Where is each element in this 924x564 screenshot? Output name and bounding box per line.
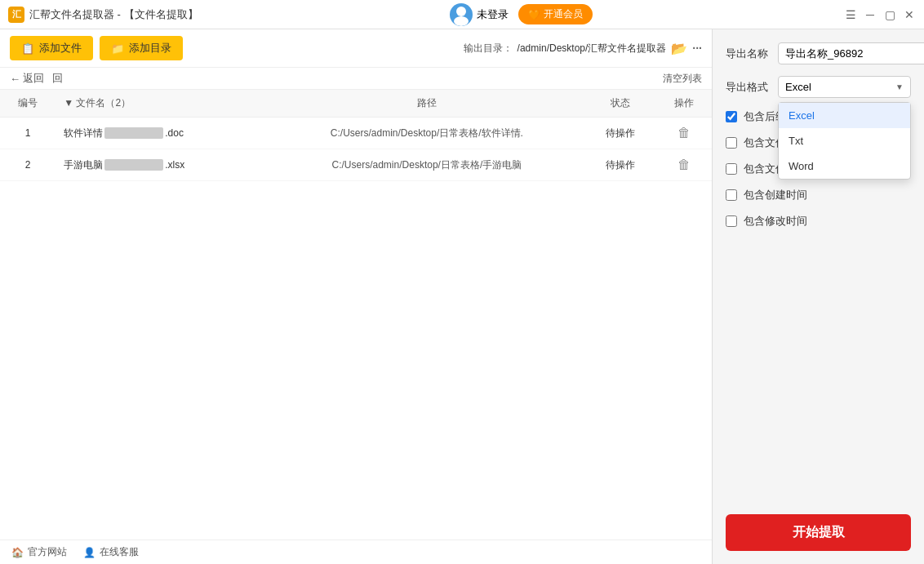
checkbox-modified-input[interactable] <box>726 215 737 227</box>
col-action: 操作 <box>656 90 712 118</box>
clear-list-button[interactable]: 清空列表 <box>663 72 702 86</box>
nav-bar: ← 返回 回 清空列表 <box>0 68 712 90</box>
row-path: C:/Users/admin/Desktop/日常表格/手游电脑 <box>269 149 585 181</box>
app-icon: 汇 <box>8 7 24 23</box>
toolbar: 📋 添加文件 📁 添加目录 输出目录： /admin/Desktop/汇帮文件名… <box>0 29 712 68</box>
user-avatar <box>450 3 473 26</box>
checkbox-created-label[interactable]: 包含创建时间 <box>744 188 807 202</box>
row-filename: 软件详情████████.doc <box>56 118 269 149</box>
dropdown-item-txt[interactable]: Txt <box>779 128 910 153</box>
output-path-value: /admin/Desktop/汇帮文件名提取器 <box>518 42 667 56</box>
svg-point-0 <box>456 7 466 16</box>
minimize-button[interactable]: ─ <box>864 8 877 21</box>
checkbox-modified-label[interactable]: 包含修改时间 <box>744 214 807 229</box>
title-bar: 汇 汇帮文件名提取器 - 【文件名提取】 未登录 🧡 开通会员 ☰ ─ ▢ ✕ <box>0 0 924 29</box>
person-icon: 👤 <box>83 547 96 558</box>
window-controls: ☰ ─ ▢ ✕ <box>844 8 916 21</box>
export-name-label: 导出名称 <box>726 47 771 61</box>
row-action: 🗑 <box>656 149 712 181</box>
vip-heart-icon: 🧡 <box>528 9 540 20</box>
title-center: 未登录 🧡 开通会员 <box>450 3 593 26</box>
nav-left: ← 返回 回 <box>10 71 63 86</box>
output-path-row: 输出目录： /admin/Desktop/汇帮文件名提取器 📂 ··· <box>464 41 702 56</box>
export-format-row: 导出格式 Excel ▼ Excel Txt Word <box>726 76 911 98</box>
export-name-input[interactable] <box>778 42 924 64</box>
checkbox-size-input[interactable] <box>726 163 737 175</box>
file-table: 编号 ▼ 文件名（2） 路径 状态 操作 1软件详情████████.docC:… <box>0 90 712 540</box>
checkbox-created: 包含创建时间 <box>726 188 911 202</box>
col-path: 路径 <box>269 90 585 118</box>
table-row: 1软件详情████████.docC:/Users/admin/Desktop/… <box>0 118 712 149</box>
vip-button[interactable]: 🧡 开通会员 <box>518 4 593 24</box>
main-layout: 📋 添加文件 📁 添加目录 输出目录： /admin/Desktop/汇帮文件名… <box>0 29 924 564</box>
website-button[interactable]: 🏠 官方网站 <box>11 545 67 559</box>
row-status: 待操作 <box>585 149 656 181</box>
export-format-label: 导出格式 <box>726 80 771 95</box>
user-status: 未登录 <box>477 7 509 22</box>
col-filename: ▼ 文件名（2） <box>56 90 269 118</box>
refresh-button[interactable]: 回 <box>52 71 63 86</box>
bottom-bar: 🏠 官方网站 👤 在线客服 <box>0 540 712 564</box>
row-action: 🗑 <box>656 118 712 149</box>
format-select-button[interactable]: Excel ▼ <box>778 76 911 98</box>
dropdown-item-excel[interactable]: Excel <box>779 103 910 128</box>
format-select-wrapper: Excel ▼ Excel Txt Word <box>778 76 911 98</box>
output-path-prefix: 输出目录： <box>464 42 513 56</box>
home-icon: 🏠 <box>11 547 24 558</box>
start-button[interactable]: 开始提取 <box>726 514 911 551</box>
back-icon: ← <box>10 73 20 85</box>
row-filename: 手游电脑████████.xlsx <box>56 149 269 181</box>
delete-row-button[interactable]: 🗑 <box>677 126 691 140</box>
more-options-icon[interactable]: ··· <box>692 42 702 55</box>
close-button[interactable]: ✕ <box>903 8 916 21</box>
checkbox-created-input[interactable] <box>726 189 737 201</box>
back-button[interactable]: ← 返回 <box>10 71 44 86</box>
export-name-row: 导出名称 <box>726 42 911 64</box>
format-dropdown-menu: Excel Txt Word <box>778 102 911 180</box>
row-id: 1 <box>0 118 56 149</box>
col-status: 状态 <box>585 90 656 118</box>
open-folder-icon[interactable]: 📂 <box>671 41 687 56</box>
row-path: C:/Users/admin/Desktop/日常表格/软件详情. <box>269 118 585 149</box>
checkbox-path-input[interactable] <box>726 137 737 149</box>
add-dir-button[interactable]: 📁 添加目录 <box>100 36 183 60</box>
title-left: 汇 汇帮文件名提取器 - 【文件名提取】 <box>8 7 198 23</box>
format-selected-value: Excel <box>785 81 811 93</box>
table-row: 2手游电脑████████.xlsxC:/Users/admin/Desktop… <box>0 149 712 181</box>
add-dir-icon: 📁 <box>111 42 124 55</box>
add-file-button[interactable]: 📋 添加文件 <box>10 36 93 60</box>
delete-row-button[interactable]: 🗑 <box>677 158 691 172</box>
table-header-row: 编号 ▼ 文件名（2） 路径 状态 操作 <box>0 90 712 118</box>
add-file-icon: 📋 <box>21 42 34 55</box>
menu-button[interactable]: ☰ <box>844 8 857 21</box>
app-title: 汇帮文件名提取器 - 【文件名提取】 <box>29 7 198 22</box>
user-button[interactable]: 未登录 <box>450 3 509 26</box>
support-button[interactable]: 👤 在线客服 <box>83 545 139 559</box>
row-id: 2 <box>0 149 56 181</box>
col-id: 编号 <box>0 90 56 118</box>
chevron-down-icon: ▼ <box>895 82 904 91</box>
left-panel: 📋 添加文件 📁 添加目录 输出目录： /admin/Desktop/汇帮文件名… <box>0 29 712 564</box>
files-table: 编号 ▼ 文件名（2） 路径 状态 操作 1软件详情████████.docC:… <box>0 90 712 181</box>
maximize-button[interactable]: ▢ <box>883 8 896 21</box>
row-status: 待操作 <box>585 118 656 149</box>
right-panel: 导出名称 导出格式 Excel ▼ Excel Txt Word <box>712 29 924 564</box>
svg-point-1 <box>454 16 469 26</box>
dropdown-item-word[interactable]: Word <box>779 153 910 179</box>
checkbox-suffix-input[interactable] <box>726 111 737 122</box>
checkbox-modified: 包含修改时间 <box>726 214 911 229</box>
